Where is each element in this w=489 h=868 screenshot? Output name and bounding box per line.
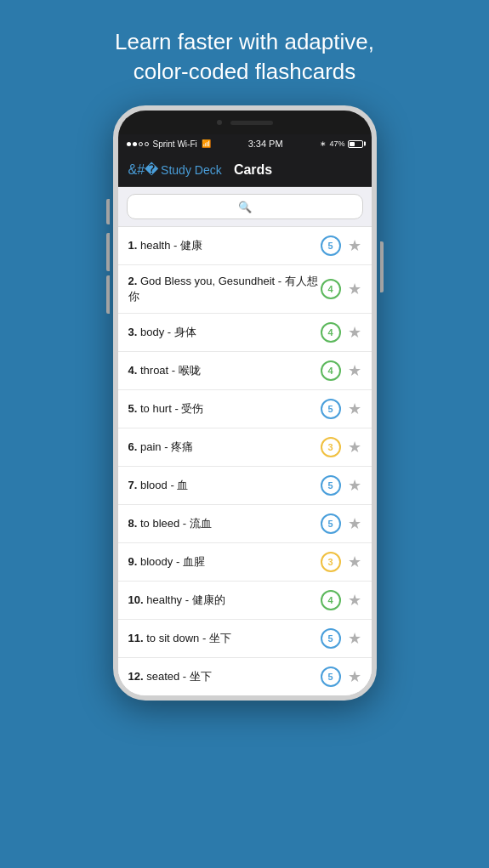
score-badge: 5 xyxy=(321,513,341,534)
score-badge: 5 xyxy=(321,667,341,687)
list-item[interactable]: 5. to hurt - 受伤 5 ★ xyxy=(118,390,372,428)
list-item[interactable]: 10. healthy - 健康的 4 ★ xyxy=(118,582,372,620)
score-badge: 3 xyxy=(321,552,341,572)
list-item[interactable]: 2. God Bless you, Gesundheit - 有人想你 4 ★ xyxy=(118,265,372,314)
star-icon[interactable]: ★ xyxy=(348,514,361,533)
power-button xyxy=(380,241,384,292)
signal-dot-3 xyxy=(139,142,143,146)
score-badge: 5 xyxy=(321,235,341,256)
star-icon[interactable]: ★ xyxy=(348,553,361,571)
card-text: 5. to hurt - 受伤 xyxy=(128,401,321,417)
signal-dots xyxy=(127,142,149,146)
phone-frame: Sprint Wi-Fi 📶 3:34 PM ∗ 47% &#� Study D… xyxy=(113,105,377,701)
star-icon[interactable]: ★ xyxy=(348,438,361,457)
star-icon[interactable]: ★ xyxy=(348,629,361,648)
volume-up-button xyxy=(106,233,110,271)
list-item[interactable]: 7. blood - 血 5 ★ xyxy=(118,467,372,505)
signal-dot-1 xyxy=(127,142,131,146)
card-text: 6. pain - 疼痛 xyxy=(128,440,321,455)
list-item[interactable]: 4. throat - 喉咙 4 ★ xyxy=(118,352,372,390)
card-text: 7. blood - 血 xyxy=(128,478,321,493)
list-item[interactable]: 8. to bleed - 流血 5 ★ xyxy=(118,505,372,543)
star-icon[interactable]: ★ xyxy=(348,236,361,255)
star-icon[interactable]: ★ xyxy=(348,591,361,610)
status-time: 3:34 PM xyxy=(248,139,283,149)
bluetooth-icon: ∗ xyxy=(320,139,327,148)
score-badge: 4 xyxy=(321,279,341,299)
card-text: 3. body - 身体 xyxy=(128,325,321,340)
carrier-label: Sprint Wi-Fi xyxy=(153,139,197,149)
card-text: 12. seated - 坐下 xyxy=(128,669,321,684)
search-bar[interactable]: 🔍 xyxy=(127,194,363,219)
star-icon[interactable]: ★ xyxy=(348,400,361,418)
score-badge: 5 xyxy=(321,399,341,419)
card-text: 11. to sit down - 坐下 xyxy=(128,631,321,646)
list-item[interactable]: 3. body - 身体 4 ★ xyxy=(118,314,372,352)
card-text: 9. bloody - 血腥 xyxy=(128,554,321,570)
score-badge: 4 xyxy=(321,590,341,610)
search-container: 🔍 xyxy=(118,187,372,226)
wifi-icon: 📶 xyxy=(202,139,211,148)
star-icon[interactable]: ★ xyxy=(348,280,361,298)
phone-notch xyxy=(118,111,372,134)
score-badge: 5 xyxy=(321,628,341,649)
score-badge: 3 xyxy=(321,437,341,457)
score-badge: 4 xyxy=(321,360,341,381)
speaker-slot xyxy=(230,121,273,125)
list-item[interactable]: 9. bloody - 血腥 3 ★ xyxy=(118,543,372,582)
back-button[interactable]: &#� Study Deck xyxy=(128,163,222,177)
battery-fill xyxy=(350,142,355,146)
list-item[interactable]: 11. to sit down - 坐下 5 ★ xyxy=(118,620,372,658)
card-text: 2. God Bless you, Gesundheit - 有人想你 xyxy=(128,274,321,304)
list-item[interactable]: 6. pain - 疼痛 3 ★ xyxy=(118,428,372,467)
search-icon: 🔍 xyxy=(238,201,252,213)
back-label: Study Deck xyxy=(161,163,222,177)
list-item[interactable]: 12. seated - 坐下 5 ★ xyxy=(118,658,372,695)
card-list: 1. health - 健康 5 ★ 2. God Bless you, Ges… xyxy=(118,226,372,695)
card-text: 1. health - 健康 xyxy=(128,238,321,253)
star-icon[interactable]: ★ xyxy=(348,476,361,495)
status-right: ∗ 47% xyxy=(320,139,362,148)
screen-content: 🔍 1. health - 健康 5 ★ 2. God Bless you, G… xyxy=(118,187,372,695)
nav-bar: &#� Study Deck Cards xyxy=(118,153,372,187)
star-icon[interactable]: ★ xyxy=(348,361,361,380)
chevron-left-icon: &#� xyxy=(128,163,159,177)
mute-button xyxy=(106,199,110,224)
battery-percent: 47% xyxy=(329,139,344,148)
phone-screen: Sprint Wi-Fi 📶 3:34 PM ∗ 47% &#� Study D… xyxy=(113,105,377,701)
score-badge: 4 xyxy=(321,322,341,343)
nav-title: Cards xyxy=(222,162,285,178)
card-text: 8. to bleed - 流血 xyxy=(128,516,321,531)
status-bar: Sprint Wi-Fi 📶 3:34 PM ∗ 47% xyxy=(118,134,372,153)
status-left: Sprint Wi-Fi 📶 xyxy=(127,139,211,149)
score-badge: 5 xyxy=(321,475,341,496)
card-text: 4. throat - 喉咙 xyxy=(128,363,321,378)
volume-down-button xyxy=(106,275,110,314)
battery-icon xyxy=(348,140,363,148)
signal-dot-2 xyxy=(133,142,137,146)
star-icon[interactable]: ★ xyxy=(348,323,361,342)
star-icon[interactable]: ★ xyxy=(348,667,361,686)
camera-dot xyxy=(217,120,222,125)
card-text: 10. healthy - 健康的 xyxy=(128,593,321,608)
list-item[interactable]: 1. health - 健康 5 ★ xyxy=(118,227,372,265)
headline: Learn faster with adaptive, color-coded … xyxy=(81,0,408,105)
signal-dot-4 xyxy=(145,142,149,146)
